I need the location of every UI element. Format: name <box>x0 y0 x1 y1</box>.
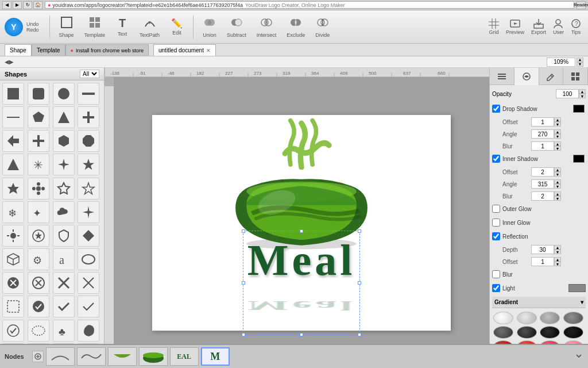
shape-cloud[interactable] <box>53 201 75 223</box>
back-btn[interactable]: ◀ <box>2 1 11 9</box>
shape-plus[interactable] <box>28 130 49 152</box>
refresh-btn[interactable]: ↻ <box>23 1 32 9</box>
ref-depth-up[interactable]: ▲ <box>554 245 561 250</box>
shape-line-thin[interactable] <box>2 106 24 128</box>
light-checkbox[interactable] <box>492 284 500 292</box>
inner-glow-checkbox[interactable] <box>492 218 500 227</box>
tool-subtract[interactable]: Subtract <box>223 14 250 40</box>
meal-text-container[interactable]: Meal Meal <box>247 235 356 331</box>
swatch-dark-gray1[interactable] <box>493 326 513 339</box>
zoom-control[interactable]: 109% ▲ ▼ <box>547 57 583 67</box>
shape-check3[interactable] <box>2 320 24 342</box>
shape-ellipse-dots[interactable] <box>28 320 49 342</box>
shape-x-line[interactable] <box>78 272 99 294</box>
shape-asterisk[interactable]: ✳ <box>28 154 49 175</box>
opacity-input[interactable] <box>556 89 579 98</box>
drop-shadow-checkbox[interactable] <box>492 105 500 113</box>
shape-badge[interactable] <box>53 178 75 200</box>
ds-angle-up[interactable]: ▲ <box>554 129 561 134</box>
drop-shadow-offset[interactable] <box>531 117 554 126</box>
tool-text[interactable]: T Text <box>112 14 133 39</box>
shape-ellipse-outline[interactable] <box>78 248 99 270</box>
swatch-white[interactable] <box>493 312 513 324</box>
ref-offset-up[interactable]: ▲ <box>554 257 561 262</box>
reflection-offset[interactable] <box>531 257 554 266</box>
ref-depth-down[interactable]: ▼ <box>554 250 561 254</box>
shape-check2[interactable] <box>78 296 99 317</box>
ds-angle-down[interactable]: ▼ <box>554 134 561 139</box>
inner-shadow-checkbox[interactable] <box>492 155 500 163</box>
tool-divide[interactable]: Divide <box>312 14 333 40</box>
tips-btn[interactable]: ? Tips <box>568 17 583 36</box>
ds-offset-up[interactable]: ▲ <box>554 117 561 122</box>
shape-triangle[interactable] <box>53 106 75 128</box>
export-btn[interactable]: Export <box>529 17 548 36</box>
swatch-black[interactable] <box>563 326 583 339</box>
r-tab-more[interactable] <box>563 68 588 85</box>
ds-offset-down[interactable]: ▼ <box>554 122 561 126</box>
r-tab-fx[interactable] <box>514 68 539 85</box>
opacity-up[interactable]: ▲ <box>579 89 586 94</box>
tool-textpath[interactable]: T TextPath <box>136 14 163 40</box>
shape-x-bold[interactable] <box>53 272 75 294</box>
shape-shield[interactable] <box>53 225 75 247</box>
shape-cross[interactable] <box>78 106 99 128</box>
canvas-area[interactable]: -136 -91 -46 182 227 273 318 364 409 500… <box>105 68 489 368</box>
light-swatch[interactable] <box>568 284 586 292</box>
r-tab-edit[interactable] <box>539 68 564 85</box>
inner-shadow-angle[interactable] <box>531 179 554 189</box>
preview-btn[interactable]: Preview <box>504 17 527 36</box>
tab-install[interactable]: ● Install from chrome web store <box>65 44 149 56</box>
shape-selection[interactable] <box>2 296 24 317</box>
shape-star5[interactable] <box>78 154 99 175</box>
shape-check-circle[interactable] <box>28 296 49 317</box>
drop-shadow-blur[interactable] <box>531 141 554 151</box>
shape-starburst[interactable]: ✦ <box>28 201 49 223</box>
tool-intersect[interactable]: Intersect <box>253 14 280 40</box>
is-angle-up[interactable]: ▲ <box>554 179 561 184</box>
tool-template[interactable]: Template <box>81 14 109 40</box>
opacity-down[interactable]: ▼ <box>579 94 586 98</box>
swatch-light-gray[interactable] <box>517 312 537 324</box>
ds-blur-down[interactable]: ▼ <box>554 146 561 151</box>
redo-label[interactable]: Redo <box>26 27 39 33</box>
tab-close-btn[interactable]: ✕ <box>206 48 211 53</box>
shape-square[interactable] <box>2 83 24 105</box>
shape-rounded-square[interactable] <box>28 83 49 105</box>
shape-pentagon[interactable] <box>28 106 49 128</box>
drop-shadow-color[interactable] <box>573 105 585 113</box>
swatch-dark-gray2[interactable] <box>517 326 537 339</box>
canvas-viewport[interactable]: Meal Meal <box>114 77 489 368</box>
forward-btn[interactable]: ▶ <box>13 1 22 9</box>
node-add-btn[interactable] <box>32 351 44 362</box>
shape-sun[interactable] <box>2 225 24 247</box>
shape-star-outline[interactable] <box>78 178 99 200</box>
tab-document[interactable]: untitled document ✕ <box>153 44 216 56</box>
grid-btn[interactable]: Grid <box>486 17 501 36</box>
shapes-dropdown[interactable]: All <box>80 70 99 78</box>
inner-shadow-color[interactable] <box>573 155 585 163</box>
url-bar[interactable]: ● youidraw.com/apps/logocreator/?templat… <box>45 1 574 9</box>
shape-star-circle[interactable] <box>28 225 49 247</box>
shape-star6[interactable] <box>2 178 24 200</box>
shape-leaf[interactable] <box>78 320 99 342</box>
tool-union[interactable]: Union <box>199 14 220 40</box>
shape-flower[interactable] <box>28 178 49 200</box>
shape-circle-x[interactable] <box>2 272 24 294</box>
drop-shadow-angle[interactable] <box>531 129 554 139</box>
shape-octagon[interactable] <box>78 130 99 152</box>
inner-shadow-blur[interactable] <box>531 191 554 201</box>
r-tab-layers[interactable] <box>490 68 514 85</box>
is-angle-down[interactable]: ▼ <box>554 184 561 189</box>
is-offset-up[interactable]: ▲ <box>554 167 561 172</box>
node-thumb-bowl2[interactable] <box>139 347 168 366</box>
shape-check[interactable] <box>53 296 75 317</box>
swatch-very-dark[interactable] <box>540 326 560 339</box>
ref-offset-down[interactable]: ▼ <box>554 262 561 266</box>
shape-star4[interactable] <box>53 154 75 175</box>
is-blur-down[interactable]: ▼ <box>554 196 561 201</box>
inner-shadow-offset[interactable] <box>531 167 554 177</box>
shape-x-circle[interactable] <box>28 272 49 294</box>
shape-hexagon[interactable] <box>53 130 75 152</box>
is-blur-up[interactable]: ▲ <box>554 191 561 196</box>
